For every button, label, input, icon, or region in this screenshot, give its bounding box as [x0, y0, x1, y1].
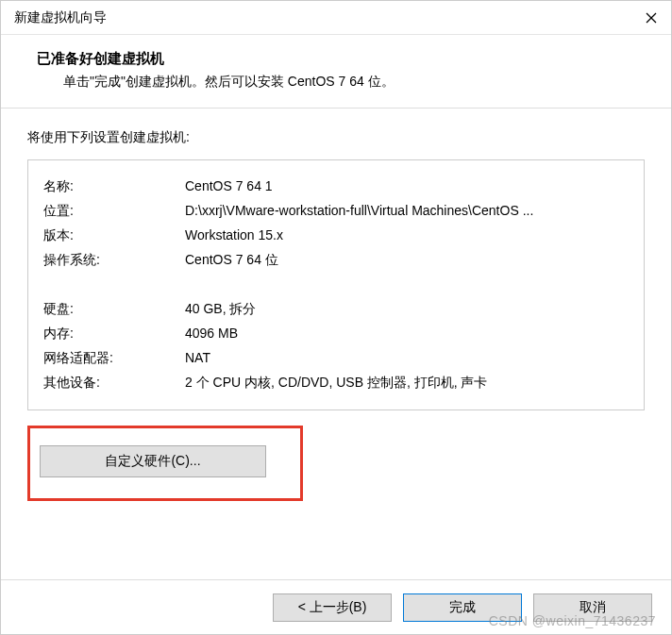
- page-subtitle: 单击"完成"创建虚拟机。然后可以安装 CentOS 7 64 位。: [37, 74, 645, 91]
- setting-key: 版本:: [43, 223, 185, 247]
- table-row: 操作系统: CentOS 7 64 位: [43, 247, 629, 272]
- back-button[interactable]: < 上一步(B): [273, 593, 392, 622]
- finish-button[interactable]: 完成: [403, 593, 522, 622]
- setting-key: 硬盘:: [43, 296, 185, 321]
- table-row: 位置: D:\xxrj\VMware-workstation-full\Virt…: [43, 198, 629, 223]
- window-title: 新建虚拟机向导: [14, 9, 107, 26]
- highlight-box: 自定义硬件(C)...: [27, 426, 303, 501]
- titlebar: 新建虚拟机向导: [1, 1, 671, 35]
- setting-key: 其他设备:: [43, 370, 185, 394]
- table-row: 其他设备: 2 个 CPU 内核, CD/DVD, USB 控制器, 打印机, …: [43, 370, 629, 394]
- table-row: 内存: 4096 MB: [43, 321, 629, 345]
- table-row: 版本: Workstation 15.x: [43, 223, 629, 247]
- content-area: 将使用下列设置创建虚拟机: 名称: CentOS 7 64 1 位置: D:\x…: [1, 109, 671, 510]
- close-icon[interactable]: [645, 11, 658, 25]
- setting-key: 内存:: [43, 321, 185, 345]
- setting-value: D:\xxrj\VMware-workstation-full\Virtual …: [185, 198, 629, 223]
- setting-value: NAT: [185, 345, 629, 370]
- setting-key: 位置:: [43, 198, 185, 223]
- customize-hardware-button[interactable]: 自定义硬件(C)...: [40, 445, 266, 477]
- table-row: 硬盘: 40 GB, 拆分: [43, 296, 629, 321]
- setting-key: 网络适配器:: [43, 345, 185, 370]
- wizard-footer: < 上一步(B) 完成 取消: [1, 579, 671, 634]
- table-row: 网络适配器: NAT: [43, 345, 629, 370]
- setting-value: 40 GB, 拆分: [185, 296, 629, 321]
- setting-value: CentOS 7 64 1: [185, 174, 629, 198]
- table-row: 名称: CentOS 7 64 1: [43, 174, 629, 198]
- page-title: 已准备好创建虚拟机: [37, 50, 645, 68]
- wizard-header: 已准备好创建虚拟机 单击"完成"创建虚拟机。然后可以安装 CentOS 7 64…: [1, 35, 671, 109]
- settings-intro: 将使用下列设置创建虚拟机:: [27, 129, 645, 146]
- setting-value: 4096 MB: [185, 321, 629, 345]
- setting-value: CentOS 7 64 位: [185, 247, 629, 272]
- setting-value: Workstation 15.x: [185, 223, 629, 247]
- setting-value: 2 个 CPU 内核, CD/DVD, USB 控制器, 打印机, 声卡: [185, 370, 629, 394]
- cancel-button[interactable]: 取消: [533, 593, 652, 622]
- setting-key: 名称:: [43, 174, 185, 198]
- settings-summary-box: 名称: CentOS 7 64 1 位置: D:\xxrj\VMware-wor…: [27, 159, 645, 410]
- setting-key: 操作系统:: [43, 247, 185, 272]
